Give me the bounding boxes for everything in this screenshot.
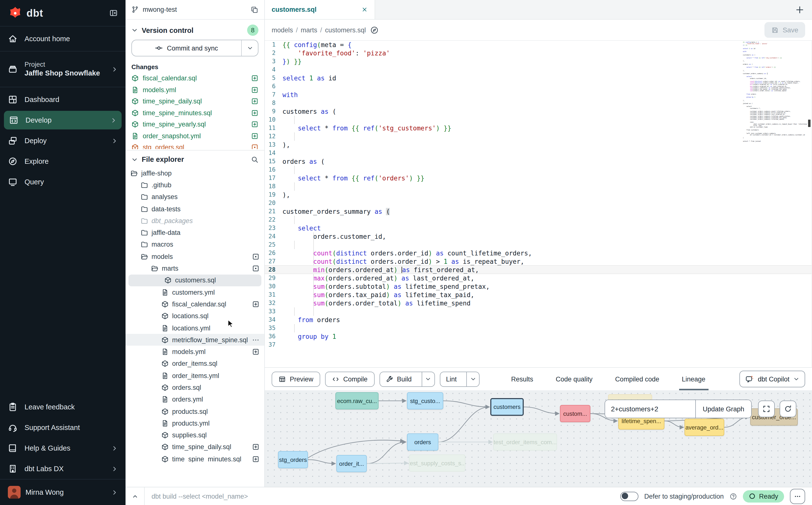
sidebar-user[interactable]: Mirna Wong: [0, 479, 126, 505]
tree-folder-marts[interactable]: marts: [126, 263, 264, 275]
code-line-17[interactable]: 17 select * from {{ ref('orders') }}: [265, 174, 812, 182]
more-options-button[interactable]: [790, 489, 805, 504]
preview-button[interactable]: Preview: [272, 371, 320, 386]
tree-folder-jaffle-data[interactable]: jaffle-data: [126, 227, 264, 239]
lineage-node-custom[interactable]: custom...: [560, 405, 590, 422]
code-editor[interactable]: 1{{ config(meta = {2 'favorite_food': 'p…: [265, 41, 812, 367]
sidebar-item-deploy[interactable]: Deploy: [0, 130, 126, 151]
code-line-10[interactable]: 10: [265, 116, 812, 124]
change-item[interactable]: time_spine_yearly.sql: [126, 119, 264, 130]
code-line-33[interactable]: 33: [265, 307, 812, 316]
tree-file-locations-sql[interactable]: locations.sql: [126, 310, 264, 322]
lineage-node-order_items[interactable]: order_it...: [336, 455, 367, 472]
code-line-16[interactable]: 16: [265, 166, 812, 174]
sidebar-item-help-guides[interactable]: Help & Guides: [0, 438, 126, 459]
lineage-node-test_supply[interactable]: test_supply_costs_s...: [409, 455, 465, 472]
tree-file-products-yml[interactable]: products.yml: [126, 417, 264, 429]
commit-and-sync-button[interactable]: Commit and sync: [131, 40, 259, 56]
dbt-copilot-button[interactable]: dbt Copilot: [740, 371, 805, 387]
code-line-24[interactable]: 24 orders.customer_id,: [265, 232, 812, 241]
code-line-7[interactable]: 7with: [265, 91, 812, 99]
copy-branch-icon[interactable]: [251, 6, 259, 13]
compile-button[interactable]: Compile: [325, 371, 374, 386]
sidebar-item-dbt-labs-dx[interactable]: dbt Labs DX: [0, 459, 126, 479]
lineage-node-stg_customers[interactable]: stg_custo...: [407, 392, 443, 409]
save-button[interactable]: Save: [765, 22, 805, 38]
change-item[interactable]: models.yml: [126, 84, 264, 96]
command-input[interactable]: [145, 493, 620, 500]
code-line-18[interactable]: 18: [265, 182, 812, 191]
tree-file-customers-sql[interactable]: customers.sql: [129, 274, 261, 286]
tree-folder-dbt-packages[interactable]: dbt_packages: [126, 215, 264, 227]
change-item[interactable]: time_spine_daily.sql: [126, 96, 264, 107]
close-tab-icon[interactable]: [361, 6, 368, 13]
breadcrumb-models[interactable]: models: [272, 26, 293, 34]
change-item[interactable]: time_spine_minutes.sql: [126, 107, 264, 119]
code-line-20[interactable]: 20: [265, 199, 812, 207]
defer-toggle[interactable]: [620, 492, 638, 501]
sidebar-item-project[interactable]: ProjectJaffle Shop Snowflake: [0, 53, 126, 85]
code-line-31[interactable]: 31 sum(orders.tax_paid) as lifetime_tax_…: [265, 291, 812, 299]
tree-file-locations-yml[interactable]: locations.yml: [126, 322, 264, 334]
code-line-8[interactable]: 8: [265, 99, 812, 107]
fullscreen-button[interactable]: [758, 400, 775, 417]
tree-file-orders-yml[interactable]: orders.yml: [126, 393, 264, 405]
tree-file-time-spine-minutes-sql[interactable]: time_spine_minutes.sql: [126, 453, 264, 462]
lineage-node-customers[interactable]: customers: [490, 398, 524, 416]
code-line-12[interactable]: 12: [265, 132, 812, 141]
change-item[interactable]: fiscal_calendar.sql: [126, 72, 264, 84]
tree-folder-data-tests[interactable]: data-tests: [126, 203, 264, 215]
tree-folder-models[interactable]: models: [126, 250, 264, 263]
lineage-node-stg_orders[interactable]: stg_orders: [278, 451, 308, 468]
lineage-graph[interactable]: ecom.raw_cu...stg_custo...customerscusto…: [265, 390, 812, 487]
sidebar-item-account-home[interactable]: Account home: [0, 28, 126, 49]
lineage-node-orders[interactable]: orders: [407, 434, 438, 451]
lineage-node-average[interactable]: average_ord...: [684, 419, 724, 436]
new-tab-icon[interactable]: [795, 5, 804, 14]
code-line-36[interactable]: 36 group by 1: [265, 332, 812, 341]
help-icon[interactable]: [729, 493, 737, 500]
code-line-11[interactable]: 11 select * from {{ ref('stg_customers')…: [265, 124, 812, 132]
tree-file-orders-sql[interactable]: orders.sql: [126, 382, 264, 394]
lineage-node-test_order_items[interactable]: test_order_items_com...: [493, 434, 557, 451]
status-badge[interactable]: Ready: [743, 490, 784, 502]
sidebar-item-dashboard[interactable]: Dashboard: [0, 89, 126, 110]
code-line-29[interactable]: 29 max(orders.ordered_at) as last_ordere…: [265, 274, 812, 283]
code-line-4[interactable]: 4: [265, 66, 812, 74]
tab-results[interactable]: Results: [511, 368, 533, 390]
refresh-graph-button[interactable]: [780, 400, 796, 417]
sidebar-item-leave-feedback[interactable]: Leave feedback: [0, 397, 126, 417]
code-line-22[interactable]: 22: [265, 216, 812, 224]
collapse-sidebar-icon[interactable]: [109, 9, 118, 17]
code-line-1[interactable]: 1{{ config(meta = {: [265, 41, 812, 49]
sidebar-item-query[interactable]: Query: [0, 172, 126, 192]
update-graph-button[interactable]: Update Graph: [695, 400, 751, 418]
code-line-34[interactable]: 34 from orders: [265, 316, 812, 324]
tree-folder-analyses[interactable]: analyses: [126, 191, 264, 203]
tree-file-time-spine-daily-sql[interactable]: time_spine_daily.sql: [126, 441, 264, 453]
code-line-25[interactable]: 25: [265, 241, 812, 249]
sidebar-item-develop[interactable]: Develop: [4, 111, 122, 130]
tree-file-order-items-yml[interactable]: order_items.yml: [126, 370, 264, 382]
search-icon[interactable]: [251, 156, 259, 163]
chevron-down-icon[interactable]: [131, 27, 138, 33]
code-line-21[interactable]: 21customer_orders_summary as (: [265, 207, 812, 216]
code-line-37[interactable]: 37: [265, 341, 812, 349]
tree-file-metricflow-time-spine-sql[interactable]: metricflow_time_spine.sql: [126, 334, 264, 346]
sidebar-item-explore[interactable]: Explore: [0, 151, 126, 172]
change-item[interactable]: order_snapshot.yml: [126, 130, 264, 142]
kebab-menu-icon[interactable]: [252, 336, 260, 344]
tree-file-fiscal-calendar-sql[interactable]: fiscal_calendar.sql: [126, 298, 264, 310]
code-line-6[interactable]: 6: [265, 82, 812, 91]
code-line-14[interactable]: 14: [265, 149, 812, 157]
lineage-node-ecom[interactable]: ecom.raw_cu...: [335, 392, 378, 409]
code-line-23[interactable]: 23 select: [265, 224, 812, 232]
tree-file-models-yml[interactable]: models.yml: [126, 346, 264, 358]
tree-file-products-sql[interactable]: products.sql: [126, 405, 264, 417]
code-line-27[interactable]: 27 count(distinct orders.order_id) > 1 a…: [265, 258, 812, 266]
change-item[interactable]: stg_orders.sql: [126, 142, 264, 149]
sidebar-item-support-assistant[interactable]: Support Assistant: [0, 417, 126, 438]
lineage-compass-icon[interactable]: [370, 26, 378, 34]
code-line-9[interactable]: 9customers as (: [265, 107, 812, 116]
tree-folder-jaffle-shop[interactable]: jaffle-shop: [126, 167, 264, 179]
